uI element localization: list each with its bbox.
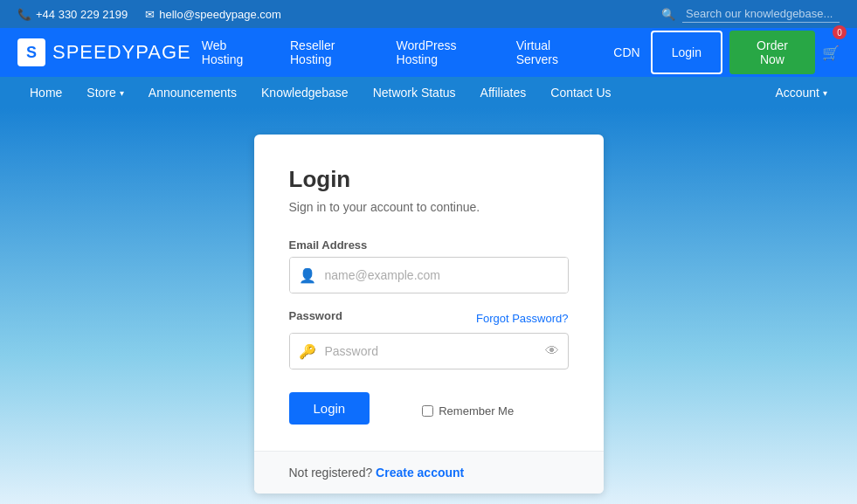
login-card-body: Login Sign in to your account to continu… [254, 135, 604, 451]
not-registered-text: Not registered? [289, 466, 373, 480]
email-link[interactable]: ✉ hello@speedypage.com [145, 8, 281, 21]
search-icon: 🔍 [661, 8, 675, 21]
logo-icon: S [17, 38, 45, 66]
nav-home[interactable]: Home [17, 77, 74, 108]
logo-bold: SPEEDY [52, 41, 135, 63]
email-input-wrapper: 👤 [289, 257, 569, 293]
search-input[interactable] [682, 5, 840, 23]
logo-light: PAGE [135, 41, 191, 63]
login-submit-button[interactable]: Login [289, 392, 370, 425]
top-bar-right: 🔍 [661, 5, 840, 23]
remember-me-label: Remember Me [439, 404, 514, 418]
nav-buttons: Login Order Now 🛒 0 [651, 31, 840, 74]
nav-reseller-hosting[interactable]: Reseller Hosting [280, 31, 381, 73]
nav-store[interactable]: Store ▾ [74, 77, 135, 108]
secondary-nav-right: Account ▾ [763, 77, 840, 108]
login-title: Login [289, 166, 569, 193]
top-bar-left: 📞 +44 330 229 2199 ✉ hello@speedypage.co… [17, 8, 281, 21]
phone-link[interactable]: 📞 +44 330 229 2199 [17, 8, 128, 21]
remember-me-row: Remember Me [422, 404, 514, 418]
email-icon: ✉ [145, 8, 155, 21]
user-icon: 👤 [290, 258, 325, 293]
nav-account[interactable]: Account ▾ [763, 77, 840, 108]
nav-announcements[interactable]: Announcements [136, 77, 249, 108]
password-row-header: Password Forgot Password? [289, 309, 569, 328]
password-label: Password [289, 309, 342, 322]
login-button[interactable]: Login [651, 31, 722, 74]
remember-me-checkbox[interactable] [422, 405, 433, 417]
email-input[interactable] [325, 258, 568, 293]
nav-knowledgebase[interactable]: Knowledgebase [249, 77, 361, 108]
order-now-button[interactable]: Order Now [729, 31, 815, 74]
email-form-group: Email Address 👤 [289, 238, 569, 293]
login-card: Login Sign in to your account to continu… [254, 135, 604, 494]
login-subtitle: Sign in to your account to continue. [289, 200, 569, 214]
cart-badge[interactable]: 🛒 0 [822, 31, 840, 74]
nav-affiliates[interactable]: Affiliates [468, 77, 539, 108]
toggle-password-icon[interactable]: 👁 [536, 334, 568, 369]
nav-wordpress-hosting[interactable]: WordPress Hosting [386, 31, 501, 73]
store-dropdown-arrow: ▾ [120, 88, 124, 98]
nav-virtual-servers[interactable]: Virtual Servers [506, 31, 598, 73]
secondary-nav: Home Store ▾ Announcements Knowledgebase… [0, 77, 857, 108]
account-dropdown-arrow: ▾ [823, 88, 827, 98]
logo-text: SPEEDYPAGE [52, 41, 191, 64]
password-input-wrapper: 🔑 👁 [289, 333, 569, 369]
login-footer: Not registered? Create account [254, 451, 604, 494]
nav-cdn[interactable]: CDN [603, 38, 650, 66]
cart-count: 0 [833, 25, 847, 39]
nav-links: Web Hosting Reseller Hosting WordPress H… [191, 31, 651, 73]
create-account-link[interactable]: Create account [376, 466, 464, 480]
password-form-group: Password Forgot Password? 🔑 👁 [289, 309, 569, 369]
nav-web-hosting[interactable]: Web Hosting [191, 31, 274, 73]
email-label: Email Address [289, 238, 569, 252]
nav-network-status[interactable]: Network Status [361, 77, 468, 108]
phone-icon: 📞 [17, 8, 31, 21]
forgot-password-link[interactable]: Forgot Password? [476, 312, 569, 325]
login-actions: Login Remember Me [289, 385, 569, 425]
secondary-nav-left: Home Store ▾ Announcements Knowledgebase… [17, 77, 624, 108]
logo[interactable]: S SPEEDYPAGE [17, 28, 191, 77]
phone-number: +44 330 229 2199 [36, 8, 128, 21]
password-input[interactable] [325, 334, 536, 369]
email-address: hello@speedypage.com [159, 8, 281, 21]
lock-icon: 🔑 [290, 334, 325, 369]
page-background: Login Sign in to your account to continu… [0, 108, 857, 504]
main-nav: S SPEEDYPAGE Web Hosting Reseller Hostin… [0, 28, 857, 77]
nav-contact-us[interactable]: Contact Us [538, 77, 623, 108]
top-bar: 📞 +44 330 229 2199 ✉ hello@speedypage.co… [0, 0, 857, 28]
